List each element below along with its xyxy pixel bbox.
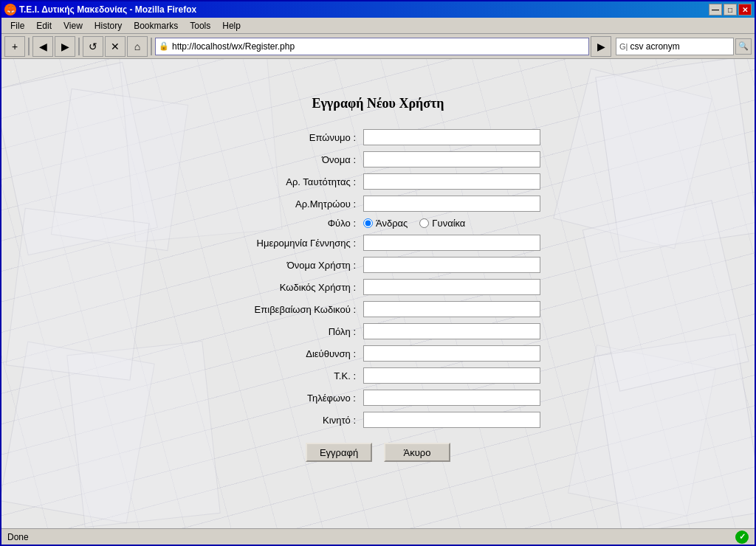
form-container: Εγγραφή Νέου Χρήστη Επώνυμο : Όνομα : Αρ…: [186, 81, 570, 477]
stop-button[interactable]: ✕: [105, 36, 126, 57]
forward-button[interactable]: ▶: [55, 36, 75, 57]
title-controls: — □ ✕: [709, 4, 752, 15]
row-kwdikos: Κωδικός Χρήστη :: [216, 279, 540, 295]
input-tk[interactable]: [363, 367, 540, 384]
firefox-icon: 🦊: [4, 4, 16, 15]
search-engine-icon: G|: [619, 42, 628, 51]
submit-button[interactable]: Εγγραφή: [306, 443, 372, 462]
row-poli: Πόλη :: [216, 323, 540, 339]
menu-view[interactable]: View: [58, 19, 89, 32]
row-ar-tautotitas: Αρ. Ταυτότητας :: [216, 173, 540, 190]
page-content: Εγγραφή Νέου Χρήστη Επώνυμο : Όνομα : Αρ…: [1, 59, 755, 528]
menu-history[interactable]: History: [89, 19, 128, 32]
input-ar-tautotitas[interactable]: [363, 173, 540, 190]
label-diefthinsi: Διεύθυνση :: [216, 348, 363, 359]
search-button[interactable]: 🔍: [735, 38, 752, 55]
home-button[interactable]: ⌂: [127, 36, 148, 57]
radio-gynaika[interactable]: [419, 218, 429, 228]
row-kinito: Κινητό :: [216, 412, 540, 428]
address-bar: 🔒: [155, 38, 589, 55]
label-fylo: Φύλο :: [216, 218, 363, 229]
label-kwdikos: Κωδικός Χρήστη :: [216, 282, 363, 293]
row-eponymo: Επώνυμο :: [216, 129, 540, 145]
row-epiveveosi: Επιβεβαίωση Κωδικού :: [216, 301, 540, 317]
input-onoma[interactable]: [363, 151, 540, 167]
menu-bookmarks[interactable]: Bookmarks: [128, 19, 184, 32]
label-hmerominia: Ημερομηνία Γέννησης :: [216, 238, 363, 249]
row-fylo: Φύλο : Άνδρας Γυναίκα: [216, 218, 540, 229]
radio-andras[interactable]: [363, 218, 373, 228]
reload-button[interactable]: ↺: [83, 36, 103, 57]
address-icon: 🔒: [159, 41, 169, 51]
go-button[interactable]: ▶: [591, 36, 611, 57]
input-onoma-xristi[interactable]: [363, 257, 540, 273]
menu-file[interactable]: File: [4, 19, 30, 32]
menu-bar: File Edit View History Bookmarks Tools H…: [1, 18, 755, 34]
new-tab-button[interactable]: +: [4, 36, 25, 57]
radio-andras-label[interactable]: Άνδρας: [363, 218, 408, 229]
row-onoma-xristi: Όνομα Χρήστη :: [216, 257, 540, 273]
search-bar: G|: [616, 38, 734, 55]
input-ar-mitroou[interactable]: [363, 196, 540, 212]
label-onoma: Όνομα :: [216, 154, 363, 165]
status-bar: Done ✓: [1, 528, 755, 545]
menu-help[interactable]: Help: [216, 19, 247, 32]
address-input[interactable]: [172, 41, 585, 52]
label-poli: Πόλη :: [216, 326, 363, 337]
label-ar-tautotitas: Αρ. Ταυτότητας :: [216, 176, 363, 187]
form-buttons: Εγγραφή Άκυρο: [216, 443, 540, 462]
content-area: Εγγραφή Νέου Χρήστη Επώνυμο : Όνομα : Αρ…: [1, 59, 755, 528]
input-poli[interactable]: [363, 323, 540, 339]
input-epiveveosi[interactable]: [363, 301, 540, 317]
input-tilefono[interactable]: [363, 390, 540, 406]
maximize-button[interactable]: □: [724, 4, 737, 15]
browser-window: 🦊 Τ.Ε.Ι. Δυτικής Μακεδονίας - Mozilla Fi…: [0, 0, 756, 546]
input-kwdikos[interactable]: [363, 279, 540, 295]
menu-tools[interactable]: Tools: [184, 19, 216, 32]
row-tilefono: Τηλέφωνο :: [216, 390, 540, 406]
menu-edit[interactable]: Edit: [30, 19, 58, 32]
radio-gynaika-text: Γυναίκα: [432, 218, 465, 229]
close-button[interactable]: ✕: [738, 4, 752, 15]
label-ar-mitroou: Αρ.Μητρώου :: [216, 198, 363, 210]
row-ar-mitroou: Αρ.Μητρώου :: [216, 196, 540, 212]
toolbar: + ◀ ▶ ↺ ✕ ⌂ 🔒 ▶ G| 🔍: [1, 34, 755, 59]
separator-3: [151, 38, 152, 55]
row-onoma: Όνομα :: [216, 151, 540, 167]
status-right: ✓: [735, 531, 749, 544]
form-title: Εγγραφή Νέου Χρήστη: [216, 96, 540, 111]
title-bar: 🦊 Τ.Ε.Ι. Δυτικής Μακεδονίας - Mozilla Fi…: [1, 1, 755, 18]
input-kinito[interactable]: [363, 412, 540, 428]
row-diefthinsi: Διεύθυνση :: [216, 345, 540, 362]
input-eponymo[interactable]: [363, 129, 540, 145]
radio-group-fylo: Άνδρας Γυναίκα: [363, 218, 465, 229]
window-title: Τ.Ε.Ι. Δυτικής Μακεδονίας - Mozilla Fire…: [19, 4, 196, 15]
radio-andras-text: Άνδρας: [376, 218, 408, 229]
search-input[interactable]: [630, 41, 740, 52]
label-eponymo: Επώνυμο :: [216, 132, 363, 143]
security-icon: ✓: [735, 531, 749, 544]
radio-gynaika-label[interactable]: Γυναίκα: [419, 218, 465, 229]
minimize-button[interactable]: —: [709, 4, 722, 15]
row-hmerominia: Ημερομηνία Γέννησης :: [216, 235, 540, 251]
separator-2: [78, 38, 80, 55]
back-button[interactable]: ◀: [32, 36, 53, 57]
status-text: Done: [7, 532, 29, 542]
label-epiveveosi: Επιβεβαίωση Κωδικού :: [216, 304, 363, 315]
row-tk: Τ.Κ. :: [216, 367, 540, 384]
title-bar-left: 🦊 Τ.Ε.Ι. Δυτικής Μακεδονίας - Mozilla Fi…: [4, 4, 196, 15]
label-tilefono: Τηλέφωνο :: [216, 393, 363, 404]
label-onoma-xristi: Όνομα Χρήστη :: [216, 260, 363, 271]
cancel-button[interactable]: Άκυρο: [384, 443, 450, 462]
label-kinito: Κινητό :: [216, 415, 363, 426]
input-hmerominia[interactable]: [363, 235, 540, 251]
separator-1: [28, 38, 30, 55]
label-tk: Τ.Κ. :: [216, 370, 363, 381]
input-diefthinsi[interactable]: [363, 345, 540, 362]
